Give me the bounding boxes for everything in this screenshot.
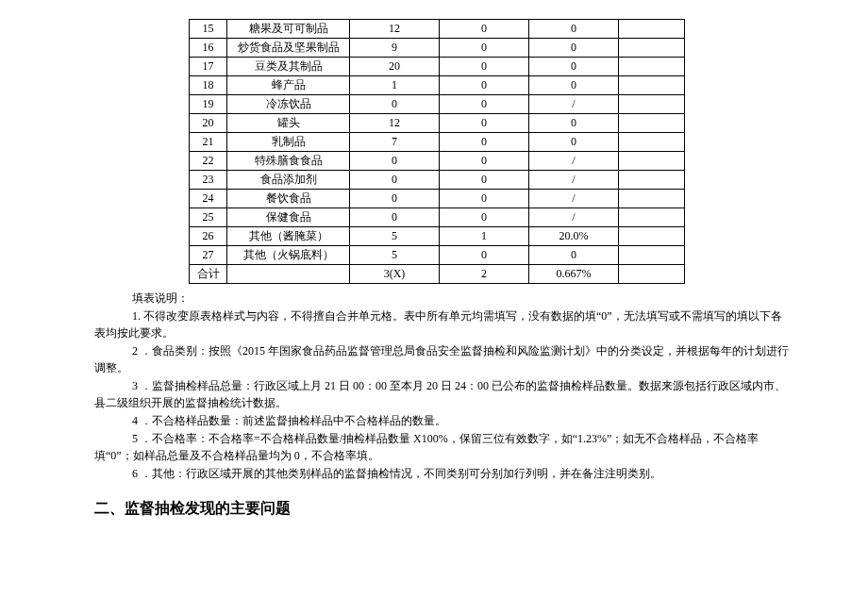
cell-index: 合计 <box>190 265 227 284</box>
cell-index: 19 <box>190 95 227 114</box>
table-row: 25保健食品00/ <box>190 208 685 227</box>
cell-remark <box>619 95 685 114</box>
note-2: 2 ．食品类别：按照《2015 年国家食品药品监督管理总局食品安全监督抽检和风险… <box>94 342 793 376</box>
cell-category: 保健食品 <box>227 208 350 227</box>
cell-remark <box>619 76 685 95</box>
cell-unqualified-count: 0 <box>440 152 529 171</box>
cell-index: 18 <box>190 76 227 95</box>
cell-index: 17 <box>190 58 227 76</box>
table-row: 18蜂产品100 <box>190 76 685 95</box>
cell-sample-count: 5 <box>350 246 440 265</box>
cell-remark <box>619 152 685 171</box>
cell-unqualified-count: 0 <box>440 246 529 265</box>
cell-sample-count: 0 <box>350 95 440 114</box>
table-row: 21乳制品700 <box>190 133 685 152</box>
cell-remark <box>619 171 685 190</box>
cell-index: 20 <box>190 114 227 133</box>
cell-remark <box>619 208 685 227</box>
cell-unqualified-count: 0 <box>440 171 529 190</box>
inspection-table: 15糖果及可可制品120016炒货食品及坚果制品90017豆类及其制品20001… <box>189 19 685 284</box>
cell-index: 15 <box>190 20 227 39</box>
table-row: 16炒货食品及坚果制品900 <box>190 39 685 58</box>
cell-sample-count: 0 <box>350 152 440 171</box>
cell-unqualified-rate: 0 <box>529 39 619 58</box>
cell-remark <box>619 20 685 39</box>
cell-remark <box>619 114 685 133</box>
notes-section: 填表说明： 1. 不得改变原表格样式与内容，不得擅自合并单元格。表中所有单元均需… <box>94 290 793 482</box>
cell-unqualified-rate: 0 <box>529 246 619 265</box>
cell-sample-count: 3(X) <box>350 265 440 284</box>
table-row: 20罐头1200 <box>190 114 685 133</box>
cell-category: 糖果及可可制品 <box>227 20 350 39</box>
cell-category: 餐饮食品 <box>227 190 350 208</box>
cell-unqualified-rate: 20.0% <box>529 227 619 246</box>
cell-unqualified-rate: 0 <box>529 58 619 76</box>
cell-category: 罐头 <box>227 114 350 133</box>
cell-category: 食品添加剂 <box>227 171 350 190</box>
cell-index: 27 <box>190 246 227 265</box>
cell-sample-count: 0 <box>350 208 440 227</box>
table-row: 15糖果及可可制品1200 <box>190 20 685 39</box>
cell-unqualified-rate: / <box>529 152 619 171</box>
section-heading-2: 二、监督抽检发现的主要问题 <box>94 499 868 519</box>
cell-category: 冷冻饮品 <box>227 95 350 114</box>
cell-category: 蜂产品 <box>227 76 350 95</box>
cell-sample-count: 12 <box>350 20 440 39</box>
table-row: 17豆类及其制品2000 <box>190 58 685 76</box>
cell-sample-count: 9 <box>350 39 440 58</box>
cell-unqualified-rate: / <box>529 171 619 190</box>
cell-unqualified-count: 0 <box>440 20 529 39</box>
cell-sample-count: 12 <box>350 114 440 133</box>
table-row: 19冷冻饮品00/ <box>190 95 685 114</box>
table-row: 27其他（火锅底料）500 <box>190 246 685 265</box>
cell-category: 炒货食品及坚果制品 <box>227 39 350 58</box>
cell-category: 特殊膳食食品 <box>227 152 350 171</box>
cell-unqualified-count: 0 <box>440 76 529 95</box>
table-row: 24餐饮食品00/ <box>190 190 685 208</box>
table-row: 26其他（酱腌菜）5120.0% <box>190 227 685 246</box>
note-3: 3 ．监督抽检样品总量：行政区域上月 21 日 00：00 至本月 20 日 2… <box>94 377 793 411</box>
cell-remark <box>619 39 685 58</box>
cell-unqualified-count: 1 <box>440 227 529 246</box>
cell-index: 24 <box>190 190 227 208</box>
cell-category: 其他（火锅底料） <box>227 246 350 265</box>
note-4: 4 ．不合格样品数量：前述监督抽检样品中不合格样品的数量。 <box>94 412 793 429</box>
cell-remark <box>619 190 685 208</box>
cell-index: 16 <box>190 39 227 58</box>
cell-sample-count: 0 <box>350 171 440 190</box>
cell-sample-count: 0 <box>350 190 440 208</box>
cell-remark <box>619 265 685 284</box>
cell-unqualified-count: 0 <box>440 58 529 76</box>
cell-category: 豆类及其制品 <box>227 58 350 76</box>
cell-unqualified-count: 0 <box>440 190 529 208</box>
cell-unqualified-rate: 0 <box>529 20 619 39</box>
cell-index: 26 <box>190 227 227 246</box>
cell-sample-count: 5 <box>350 227 440 246</box>
note-5: 5 ．不合格率：不合格率=不合格样品数量/抽检样品数量 X100%，保留三位有效… <box>94 430 793 464</box>
cell-sample-count: 7 <box>350 133 440 152</box>
cell-unqualified-count: 0 <box>440 133 529 152</box>
cell-unqualified-count: 0 <box>440 114 529 133</box>
cell-unqualified-count: 2 <box>440 265 529 284</box>
table-row: 23食品添加剂00/ <box>190 171 685 190</box>
cell-remark <box>619 58 685 76</box>
notes-title: 填表说明： <box>94 290 793 307</box>
cell-unqualified-rate: 0.667% <box>529 265 619 284</box>
cell-index: 22 <box>190 152 227 171</box>
cell-remark <box>619 133 685 152</box>
cell-unqualified-rate: 0 <box>529 114 619 133</box>
cell-category <box>227 265 350 284</box>
cell-unqualified-count: 0 <box>440 208 529 227</box>
note-1: 1. 不得改变原表格样式与内容，不得擅自合并单元格。表中所有单元均需填写，没有数… <box>94 307 793 341</box>
cell-index: 21 <box>190 133 227 152</box>
cell-unqualified-rate: 0 <box>529 133 619 152</box>
cell-category: 乳制品 <box>227 133 350 152</box>
cell-index: 25 <box>190 208 227 227</box>
cell-unqualified-rate: / <box>529 95 619 114</box>
cell-unqualified-rate: / <box>529 208 619 227</box>
cell-sample-count: 20 <box>350 58 440 76</box>
cell-unqualified-count: 0 <box>440 95 529 114</box>
cell-remark <box>619 246 685 265</box>
cell-index: 23 <box>190 171 227 190</box>
note-6: 6 ．其他：行政区域开展的其他类别样品的监督抽检情况，不同类别可分别加行列明，并… <box>94 465 793 482</box>
